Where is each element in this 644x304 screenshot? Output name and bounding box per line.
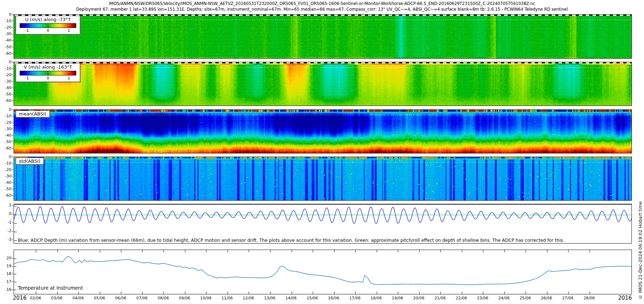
y-tick-mark xyxy=(12,148,13,148)
y-tick-mark xyxy=(12,47,13,47)
y-tick-mark xyxy=(12,222,13,223)
x-date-label: 16/06 xyxy=(328,296,340,300)
y-tick-mark xyxy=(12,258,13,259)
colorbar-tick-label: -1 xyxy=(25,28,29,33)
y-tick-mark xyxy=(12,189,13,189)
x-date-label: 04/06 xyxy=(72,296,84,300)
x-date-label: 12/06 xyxy=(243,296,254,300)
y-tick-label: 18 xyxy=(1,271,11,276)
u-colorbar xyxy=(20,23,76,28)
y-tick-label: 17 xyxy=(1,279,11,284)
y-tick-mark xyxy=(12,157,13,157)
year-label-left: 2016 xyxy=(13,295,26,301)
y-tick-label: 0 xyxy=(1,107,11,112)
temperature-plot xyxy=(14,250,631,294)
v-colorbar-ticks: -1 0 1 xyxy=(20,75,76,80)
panel-u-velocity xyxy=(14,14,632,59)
y-tick-label: -50 xyxy=(1,139,11,144)
y-tick-mark xyxy=(12,135,13,136)
y-tick-label: -40 xyxy=(1,38,11,43)
x-date-label: 20/06 xyxy=(413,296,425,300)
u-velocity-legend: U (m/s) along -73°T -1 0 1 xyxy=(16,16,80,34)
x-date-label: 08/06 xyxy=(158,296,169,300)
x-date-label: 19/06 xyxy=(392,296,403,300)
y-tick-mark xyxy=(12,14,13,15)
y-tick-label: -10 xyxy=(1,19,11,23)
adcp-figure: IMOS/ANMN/NSW/ORS065/Velocity/IMOS_ANMN-… xyxy=(0,0,644,304)
x-date-label: 21/06 xyxy=(434,296,446,300)
x-date-label: 06/06 xyxy=(115,296,127,300)
y-tick-label: 0 xyxy=(1,12,11,17)
y-tick-label: -60 xyxy=(1,146,11,151)
panel-temperature xyxy=(14,250,632,294)
depth-variation-note: Blue: ADCP Depth (m) variation from sens… xyxy=(18,237,564,243)
y-tick-mark xyxy=(12,195,13,196)
x-date-label: 05/06 xyxy=(94,296,105,300)
y-tick-mark xyxy=(12,88,13,88)
y-tick-mark xyxy=(12,274,13,274)
colorbar-tick-label: 1 xyxy=(68,28,70,33)
y-tick-label: -30 xyxy=(1,127,11,131)
y-tick-label: -50 xyxy=(1,92,11,97)
x-date-label: 14/06 xyxy=(286,296,297,300)
panel-v-velocity xyxy=(14,62,632,106)
x-date-label: 23/06 xyxy=(477,296,488,300)
y-tick-label: 0 xyxy=(1,155,11,159)
y-tick-mark xyxy=(12,81,13,82)
y-tick-label: -3 xyxy=(1,237,11,242)
y-tick-mark xyxy=(12,163,13,163)
imos-watermark: © IMOS 21-Dec-2024 06:19:02 Hobart time xyxy=(638,201,643,300)
y-tick-mark xyxy=(12,109,13,110)
y-tick-mark xyxy=(12,68,13,69)
panel-std-absi xyxy=(14,157,632,201)
v-legend-title: V (m/s) along -163°T xyxy=(20,64,76,70)
u-velocity-heatmap xyxy=(14,15,631,58)
y-tick-label: -20 xyxy=(1,120,11,125)
y-tick-mark xyxy=(12,170,13,170)
x-date-label: 28/06 xyxy=(584,296,595,300)
panel-mean-absi xyxy=(14,109,632,153)
y-tick-label: -2 xyxy=(1,229,11,233)
y-tick-mark xyxy=(12,289,13,290)
y-tick-label: -30 xyxy=(1,174,11,178)
x-date-label: 13/06 xyxy=(264,296,275,300)
temperature-label: Temperature at Instrument xyxy=(18,285,83,291)
y-tick-mark xyxy=(12,62,13,62)
y-tick-label: -40 xyxy=(1,85,11,90)
y-tick-label: -50 xyxy=(1,187,11,191)
y-tick-mark xyxy=(12,129,13,129)
y-tick-mark xyxy=(12,240,13,240)
y-tick-label: -10 xyxy=(1,66,11,71)
x-date-label: 17/06 xyxy=(349,296,361,300)
y-tick-mark xyxy=(12,266,13,266)
y-tick-mark xyxy=(12,231,13,231)
v-velocity-heatmap xyxy=(14,62,631,106)
y-tick-label: -20 xyxy=(1,167,11,172)
y-tick-label: 19 xyxy=(1,264,11,268)
y-tick-mark xyxy=(12,214,13,214)
y-tick-label: -1 xyxy=(1,220,11,225)
y-tick-label: 0 xyxy=(1,60,11,64)
y-tick-label: -20 xyxy=(1,73,11,77)
y-tick-mark xyxy=(12,40,13,41)
x-date-label: 09/06 xyxy=(179,296,190,300)
y-tick-label: -20 xyxy=(1,25,11,30)
x-date-label: 11/06 xyxy=(221,296,233,300)
x-date-label: 15/06 xyxy=(307,296,318,300)
y-tick-mark xyxy=(12,21,13,21)
y-tick-mark xyxy=(12,281,13,282)
u-legend-title: U (m/s) along -73°T xyxy=(20,17,76,22)
v-colorbar xyxy=(20,71,76,75)
y-tick-label: -40 xyxy=(1,180,11,185)
x-date-label: 25/06 xyxy=(519,296,531,300)
y-tick-label: -60 xyxy=(1,193,11,198)
x-date-label: 27/06 xyxy=(562,296,574,300)
title-line-1: IMOS/ANMN/NSW/ORS065/Velocity/IMOS_ANMN-… xyxy=(0,1,644,6)
y-tick-mark xyxy=(12,75,13,75)
colorbar-tick-label: 0 xyxy=(47,28,49,33)
y-tick-label: -60 xyxy=(1,98,11,103)
y-tick-label: -30 xyxy=(1,31,11,36)
mean-absi-label: mean(ABSI) xyxy=(16,111,50,117)
y-tick-label: -60 xyxy=(1,51,11,56)
y-tick-mark xyxy=(12,116,13,116)
